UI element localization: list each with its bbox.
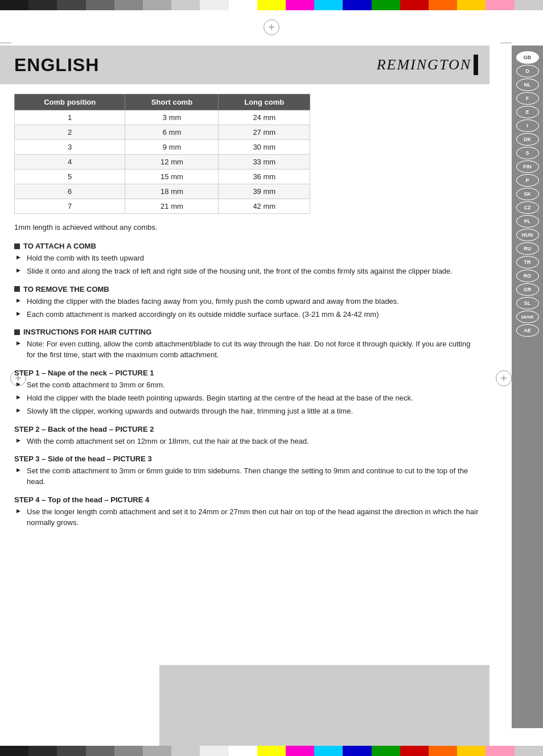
color-seg-3 [57,0,85,10]
country-d: D [516,65,539,77]
instructions-title-text: INSTRUCTIONS FOR HAIR CUTTING [23,328,151,336]
step-section-4: STEP 4 – Top of the head – PICTURE 4Use … [14,495,481,528]
table-cell-4-2: 36 mm [219,170,310,184]
main-content: Comb position Short comb Long comb 13 mm… [14,94,481,536]
country-cz: CZ [516,201,539,214]
brand-name: REMINGTON [377,56,471,73]
instructions-title: INSTRUCTIONS FOR HAIR CUTTING [14,328,481,336]
color-seg-blue [343,0,371,10]
remove-comb-title-text: TO REMOVE THE COMB [23,285,109,294]
table-header-position: Comb position [15,94,125,110]
bot-color-seg-4 [86,746,114,756]
country-pl: PL [516,215,539,228]
color-seg-7 [171,0,200,10]
reg-line-right [500,43,512,43]
table-cell-2-1: 9 mm [125,140,219,155]
bot-color-seg-5 [114,746,143,756]
color-seg-gold [457,0,486,10]
step-list-3: Set the comb attachment to 3mm or 6mm gu… [14,466,481,488]
country-gb: GB [516,51,539,64]
table-row: 13 mm24 mm [15,110,310,125]
country-nl: NL [516,79,539,91]
table-cell-0-0: 1 [15,110,125,125]
country-f: F [516,92,539,105]
bot-color-seg-magenta [286,746,314,756]
color-seg-6 [143,0,171,10]
remove-comb-icon [14,286,20,292]
color-seg-1 [0,0,28,10]
step-title-4: STEP 4 – Top of the head – PICTURE 4 [14,495,481,504]
country-tr: TR [516,256,539,268]
bot-color-seg-orange [429,746,457,756]
step-section-2: STEP 2 – Back of the head – PICTURE 2Wit… [14,425,481,447]
attach-comb-list: Hold the comb with its teeth upwardSlide… [14,253,481,277]
country-e: E [516,106,539,118]
table-row: 515 mm36 mm [15,170,310,184]
table-row: 721 mm42 mm [15,199,310,214]
color-seg-2 [28,0,57,10]
step-1-bullet-2: Slowly lift the clipper, working upwards… [17,406,481,417]
country-sr: SR/HR [516,311,539,323]
note-text: 1mm length is achieved without any combs… [14,223,481,232]
table-cell-2-0: 3 [15,140,125,155]
table-row: 26 mm27 mm [15,125,310,140]
color-seg-pink [486,0,514,10]
table-cell-5-1: 18 mm [125,184,219,199]
language-title: ENGLISH [14,55,99,76]
brand-logo-bar [474,55,478,75]
country-hun: HUN [516,229,539,241]
table-row: 412 mm33 mm [15,155,310,170]
country-ru: RU [516,242,539,255]
country-i: I [516,119,539,132]
color-seg-cyan [314,0,343,10]
step-list-4: Use the longer length comb attachment an… [14,507,481,528]
step-1-bullet-1: Hold the clipper with the blade teeth po… [17,393,481,404]
top-color-bar [0,0,543,10]
attach-comb-section: TO ATTACH A COMB Hold the comb with its … [14,242,481,277]
bottom-gray [159,665,489,756]
brand-logo: REMINGTON [377,55,478,75]
attach-comb-title: TO ATTACH A COMB [14,242,481,250]
remove-comb-title: TO REMOVE THE COMB [14,285,481,294]
steps-container: STEP 1 – Nape of the neck – PICTURE 1Set… [14,369,481,528]
step-section-3: STEP 3 – Side of the head – PICTURE 3Set… [14,455,481,488]
crosshair-top [264,19,279,35]
color-seg-lgray [515,0,543,10]
color-seg-4 [86,0,114,10]
remove-comb-list: Holding the clipper with the blades faci… [14,296,481,320]
attach-comb-icon [14,243,20,249]
country-dk: DK [516,133,539,146]
table-cell-6-0: 7 [15,199,125,214]
step-4-bullet-0: Use the longer length comb attachment an… [17,507,481,528]
step-title-3: STEP 3 – Side of the head – PICTURE 3 [14,455,481,463]
remove-comb-section: TO REMOVE THE COMB Holding the clipper w… [14,285,481,320]
color-seg-8 [200,0,228,10]
step-title-2: STEP 2 – Back of the head – PICTURE 2 [14,425,481,433]
table-header-short: Short comb [125,94,219,110]
table-cell-4-1: 15 mm [125,170,219,184]
bot-color-seg-yellow [257,746,286,756]
color-seg-yellow [257,0,286,10]
instructions-section: INSTRUCTIONS FOR HAIR CUTTING Note: For … [14,328,481,361]
table-cell-0-2: 24 mm [219,110,310,125]
color-seg-green [372,0,400,10]
table-cell-3-0: 4 [15,155,125,170]
bot-color-seg-8 [200,746,228,756]
bot-color-seg-pink [486,746,514,756]
country-ae: AE [516,324,539,337]
bot-color-seg-6 [143,746,171,756]
attach-comb-title-text: TO ATTACH A COMB [23,242,96,250]
table-cell-4-0: 5 [15,170,125,184]
instructions-icon [14,329,20,335]
country-gr: GR [516,283,539,296]
color-seg-red [400,0,429,10]
step-1-bullet-0: Set the comb attachment to 3mm or 6mm. [17,380,481,391]
bot-color-seg-gold [457,746,486,756]
table-cell-0-1: 3 mm [125,110,219,125]
step-3-bullet-0: Set the comb attachment to 3mm or 6mm gu… [17,466,481,488]
bottom-color-bar [0,746,543,756]
table-cell-6-1: 21 mm [125,199,219,214]
remove-bullet-0: Holding the clipper with the blades faci… [17,296,481,307]
header-band: ENGLISH REMINGTON [0,46,489,84]
bot-color-seg-cyan [314,746,343,756]
